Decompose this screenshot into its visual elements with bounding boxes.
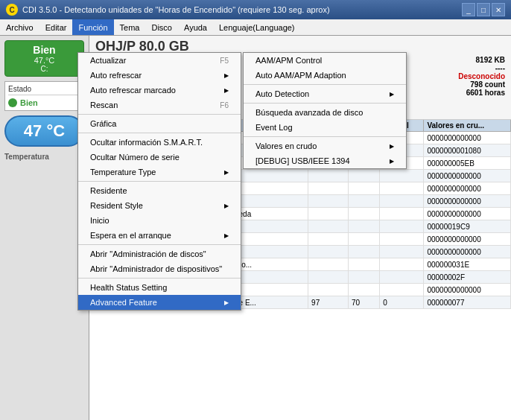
cell-id: 0C [89,258,124,271]
cell-actual [308,284,349,296]
cell-worst [348,246,379,258]
temp-value: 47 °C [24,121,65,140]
table-row: 01 Ta... 100 100 51 0000000000000 [89,132,511,144]
cell-worst: 70 [348,296,379,309]
cell-thresh [380,258,424,271]
temperature-display: 47 °C [4,115,84,147]
info-row-2: LB04146 [95,64,300,72]
menu-disco[interactable]: Disco [145,19,178,35]
cell-raw: 0000000001080 [424,144,511,157]
cell-attr: Nº de reintento de giro [124,233,308,246]
close-button[interactable]: ✕ [492,3,505,16]
status-temp: 47.°C [8,56,80,65]
info-right-5: Horas encendido 6601 horas [301,89,506,97]
cell-raw: 0000000000000 [424,246,511,258]
cell-attr: Tie... [124,157,308,170]
window-title: CDI 3.5.0 - Detectando unidades de "Hora… [22,5,330,14]
cell-actual [308,233,349,246]
count-label: Número de veces [301,80,359,89]
cell-attr: Ta... [124,132,308,144]
buffer-label: Tamaño del Buffer [301,56,361,64]
cell-worst [348,195,379,208]
menu-funcion[interactable]: Función [72,19,113,35]
cell-actual: 97 [308,296,349,309]
cell-raw: 0000000000000 [424,132,511,144]
table-row: 05 Nº... 0000000000000 [89,182,511,195]
menu-archivo[interactable]: Archivo [0,19,39,35]
menu-ayuda[interactable]: Ayuda [178,19,213,35]
window-controls: _ □ ✕ [462,3,505,16]
info-label-2: LB04146 [95,64,125,72]
table-row: 08 Rendimiento del tiempo de búsqueda 00… [89,208,511,220]
cell-worst [348,157,379,170]
disk-title: OHJ/P 80.0 GB [95,39,505,54]
cell-raw: 0000000000000 [424,195,511,208]
hours-value: 6601 horas [466,89,505,97]
cell-thresh: 25 [380,144,424,157]
cell-thresh [380,170,424,182]
col-attr: At... [124,120,308,132]
cell-worst [348,170,379,182]
hours-label: Horas encendido [301,89,358,97]
cell-worst: 100 [348,132,379,144]
info-row-3: ATA [95,72,300,80]
cell-id: BE [89,271,124,284]
cell-id: 01 [89,132,124,144]
cell-id: 09 [89,220,124,233]
cell-thresh [380,220,424,233]
cell-actual [308,157,349,170]
cell-raw: 0000000000000 [424,182,511,195]
info-grid: IO-34 LB04146 ATA O/300 [95,56,505,97]
cell-id: 03 [89,157,124,170]
cell-actual [308,258,349,271]
cell-attr: Recuperación de errores hardware E... [124,296,308,309]
cell-thresh [380,182,424,195]
smart-table-container: ID At... Actual Peor Umbral Valores en c… [89,120,511,420]
table-row: 0A Nº de reintento de giro 0000000000000 [89,233,511,246]
menu-tema[interactable]: Tema [114,19,146,35]
cell-attr: Rendimiento del tiempo de búsqueda [124,208,308,220]
cell-raw: 0000000000000 [424,170,511,182]
table-row: C3 Recuperación de errores hardware E...… [89,296,511,309]
table-row: 0C Nº de ciclos de encendido del dispo..… [89,258,511,271]
col-raw: Valores en cru... [424,120,511,132]
app-window: C CDI 3.5.0 - Detectando unidades de "Ho… [0,0,511,420]
cell-actual [308,144,349,157]
menu-editar[interactable]: Editar [39,19,73,35]
cell-id: C2 [89,284,124,296]
cell-thresh [380,284,424,296]
cell-attr: Reintentos de calibración [124,246,308,258]
cell-thresh [380,208,424,220]
cell-raw: 00000019C9 [424,220,511,233]
cell-actual [308,246,349,258]
cell-raw: 000000031E [424,258,511,271]
cell-attr: Nº... [124,182,308,195]
cell-id: 08 [89,208,124,220]
info-row-4: O/300 [95,80,300,89]
col-actual: Actual [308,120,349,132]
cell-thresh: 0 [380,296,424,309]
cell-worst [348,208,379,220]
cell-worst [348,220,379,233]
cache-value: ---- [495,64,505,72]
table-row: 09 Horas encendido 00000019C9 [89,220,511,233]
cell-thresh [380,195,424,208]
cell-attr: Nº... [124,170,308,182]
maximize-button[interactable]: □ [477,3,490,16]
cell-worst [348,182,379,195]
menu-language[interactable]: Lenguaje(Language) [213,19,301,35]
table-header-row: ID At... Actual Peor Umbral Valores en c… [89,120,511,132]
table-row: 07 Tasa de errores de búsqueda 000000000… [89,195,511,208]
minimize-button[interactable]: _ [462,3,475,16]
estado-label: Bien [20,98,38,107]
table-row: 03 Tie... 000000005EB [89,157,511,170]
cell-id: 0A [89,233,124,246]
cell-actual [308,182,349,195]
cell-worst: 100 [348,144,379,157]
ata-version: ATA/ATAPI-7 T13 1532D version 4a [95,98,505,106]
title-bar-left: C CDI 3.5.0 - Detectando unidades de "Ho… [6,4,330,16]
info-col-right: Tamaño del Buffer 8192 KB Tamaño de Cach… [301,56,506,97]
info-right-4: Número de veces 798 count [301,80,506,89]
status-c-label: C: [8,65,80,73]
cell-raw: 0000000000000 [424,284,511,296]
